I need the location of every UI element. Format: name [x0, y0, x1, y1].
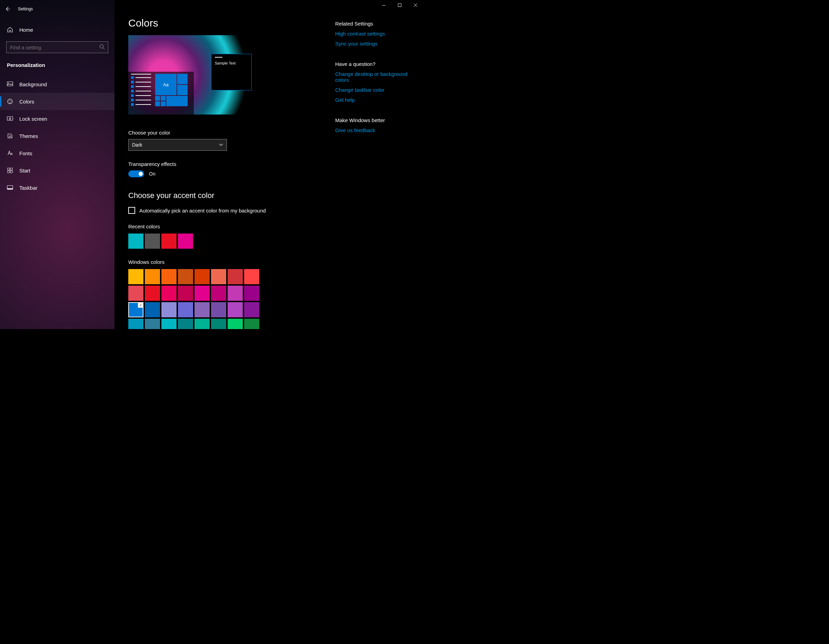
preview-window: Sample Text: [211, 54, 252, 90]
windows-color-swatch[interactable]: [128, 286, 143, 301]
transparency-label: Transparency effects: [128, 161, 315, 167]
choose-color-dropdown[interactable]: Dark: [128, 139, 227, 151]
transparency-state: On: [149, 171, 156, 177]
minimize-button[interactable]: [376, 0, 392, 10]
svg-point-2: [100, 45, 104, 48]
sidebar: Settings Home Personalization Background…: [0, 0, 115, 329]
feedback-link[interactable]: Give us feedback: [335, 127, 414, 133]
home-button[interactable]: Home: [0, 23, 115, 36]
windows-color-swatch[interactable]: [145, 302, 160, 317]
svg-rect-14: [10, 171, 13, 173]
themes-icon: [7, 133, 13, 139]
search-input[interactable]: [6, 41, 108, 53]
nav-item-label: Themes: [19, 133, 38, 139]
svg-point-8: [11, 101, 12, 102]
recent-color-swatch[interactable]: [161, 234, 177, 249]
windows-color-swatch[interactable]: ✓: [128, 302, 143, 317]
windows-color-swatch[interactable]: [145, 286, 160, 301]
windows-color-swatch[interactable]: [211, 269, 226, 284]
nav-item-label: Lock screen: [19, 116, 47, 122]
nav-item-start[interactable]: Start: [0, 162, 115, 179]
windows-color-swatch[interactable]: [244, 302, 259, 317]
fonts-icon: [7, 150, 13, 156]
windows-color-swatch[interactable]: [244, 269, 259, 284]
windows-color-swatch[interactable]: [194, 302, 210, 317]
home-icon: [7, 27, 13, 33]
home-label: Home: [19, 27, 33, 33]
windows-color-swatch[interactable]: [194, 269, 210, 284]
nav-item-colors[interactable]: Colors: [0, 93, 115, 110]
windows-color-swatch[interactable]: [161, 319, 177, 329]
question-link[interactable]: Get help: [335, 97, 414, 103]
content-area: Colors Sample Text: [115, 0, 424, 329]
nav-item-label: Colors: [19, 99, 34, 104]
nav-item-taskbar[interactable]: Taskbar: [0, 179, 115, 196]
nav-item-label: Start: [19, 167, 30, 174]
svg-rect-12: [10, 168, 13, 170]
svg-point-6: [9, 100, 9, 101]
close-button[interactable]: [408, 0, 424, 10]
windows-color-swatch[interactable]: [244, 319, 259, 329]
svg-rect-0: [382, 5, 386, 6]
windows-color-swatch[interactable]: [178, 319, 193, 329]
back-button[interactable]: [5, 6, 10, 12]
windows-color-swatch[interactable]: [211, 319, 226, 329]
question-link[interactable]: Change taskbar color: [335, 87, 414, 93]
nav-item-fonts[interactable]: Fonts: [0, 145, 115, 162]
windows-color-swatch[interactable]: [178, 302, 193, 317]
accent-heading: Choose your accent color: [128, 191, 315, 200]
app-title: Settings: [18, 6, 33, 11]
nav-item-label: Taskbar: [19, 185, 38, 191]
windows-color-swatch[interactable]: [128, 269, 143, 284]
windows-color-swatch[interactable]: [178, 286, 193, 301]
auto-pick-label: Automatically pick an accent color from …: [139, 208, 266, 213]
windows-color-swatch[interactable]: [228, 319, 243, 329]
svg-point-4: [8, 83, 9, 84]
windows-color-swatch[interactable]: [145, 319, 160, 329]
chevron-down-icon: [219, 144, 223, 146]
svg-rect-11: [8, 168, 9, 170]
windows-color-swatch[interactable]: [178, 269, 193, 284]
windows-color-swatch[interactable]: [228, 269, 243, 284]
svg-rect-13: [8, 171, 9, 173]
windows-color-swatch[interactable]: [161, 302, 177, 317]
preview-thumbnail: Sample Text Aa: [128, 35, 245, 115]
windows-color-swatch[interactable]: [244, 286, 259, 301]
recent-colors-label: Recent colors: [128, 224, 315, 229]
section-label: Personalization: [0, 53, 115, 71]
related-link[interactable]: Sync your settings: [335, 41, 414, 47]
nav-item-label: Background: [19, 81, 47, 87]
windows-color-swatch[interactable]: [194, 319, 210, 329]
related-link[interactable]: High contrast settings: [335, 31, 414, 36]
windows-color-swatch[interactable]: [228, 286, 243, 301]
recent-color-swatch[interactable]: [178, 234, 193, 249]
nav-item-lock-screen[interactable]: Lock screen: [0, 110, 115, 127]
nav-item-background[interactable]: Background: [0, 76, 115, 93]
nav-item-themes[interactable]: Themes: [0, 127, 115, 145]
recent-color-swatch[interactable]: [145, 234, 160, 249]
svg-rect-1: [398, 4, 401, 7]
windows-color-swatch[interactable]: [194, 286, 210, 301]
question-link[interactable]: Change desktop or background colors: [335, 71, 414, 83]
colors-icon: [7, 98, 13, 104]
windows-color-swatch[interactable]: [161, 286, 177, 301]
auto-pick-checkbox[interactable]: [128, 207, 135, 214]
lock-screen-icon: [7, 115, 13, 122]
windows-colors-label: Windows colors: [128, 259, 315, 265]
transparency-toggle[interactable]: [128, 170, 144, 177]
recent-color-swatch[interactable]: [128, 234, 143, 249]
windows-color-swatch[interactable]: [161, 269, 177, 284]
windows-color-swatch[interactable]: [228, 302, 243, 317]
preview-start-menu: Aa: [128, 72, 194, 115]
windows-color-swatch[interactable]: [128, 319, 143, 329]
checkmark-icon: ✓: [138, 302, 143, 308]
nav-item-label: Fonts: [19, 150, 32, 156]
maximize-button[interactable]: [392, 0, 408, 10]
svg-point-7: [10, 100, 11, 100]
windows-color-swatch[interactable]: [145, 269, 160, 284]
windows-color-swatch[interactable]: [211, 286, 226, 301]
start-icon: [7, 167, 13, 174]
choose-color-label: Choose your color: [128, 130, 315, 136]
question-heading: Have a question?: [335, 61, 414, 67]
windows-color-swatch[interactable]: [211, 302, 226, 317]
